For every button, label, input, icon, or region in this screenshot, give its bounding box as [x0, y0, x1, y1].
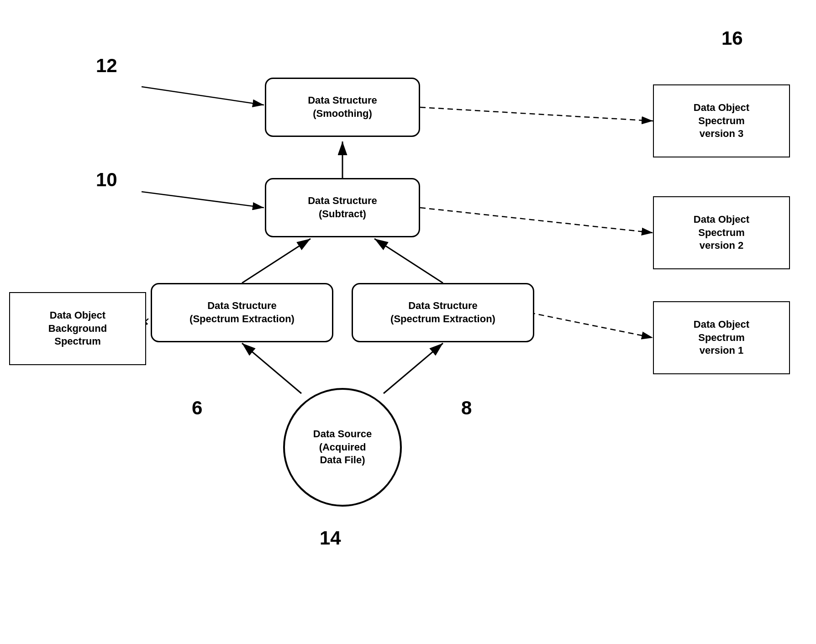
svg-line-12 [142, 192, 264, 208]
node-obj-bg-spectrum: Data ObjectBackgroundSpectrum [9, 292, 146, 365]
label-8: 8 [461, 397, 472, 419]
node-subtract-label: Data Structure(Subtract) [308, 194, 377, 220]
node-subtract: Data Structure(Subtract) [265, 178, 420, 237]
node-obj-spec-v3: Data ObjectSpectrumversion 3 [653, 84, 790, 157]
node-data-source: Data Source(AcquiredData File) [283, 388, 402, 507]
svg-line-8 [420, 208, 653, 233]
node-spectrum-right: Data Structure(Spectrum Extraction) [352, 283, 534, 342]
node-obj-spec-v1-label: Data ObjectSpectrumversion 1 [694, 318, 749, 357]
label-10: 10 [96, 169, 117, 191]
svg-line-9 [530, 313, 653, 338]
label-6: 6 [192, 397, 202, 419]
diagram-container: Data Structure(Smoothing) Data Structure… [0, 0, 816, 644]
svg-line-7 [420, 107, 653, 121]
node-obj-spec-v1: Data ObjectSpectrumversion 1 [653, 301, 790, 374]
node-spectrum-left-label: Data Structure(Spectrum Extraction) [190, 299, 295, 325]
node-obj-spec-v3-label: Data ObjectSpectrumversion 3 [694, 101, 749, 141]
svg-line-5 [242, 343, 301, 393]
svg-line-3 [242, 239, 311, 283]
node-obj-bg-spectrum-label: Data ObjectBackgroundSpectrum [48, 309, 107, 348]
node-obj-spec-v2-label: Data ObjectSpectrumversion 2 [694, 213, 749, 252]
label-16: 16 [721, 27, 743, 49]
node-data-source-label: Data Source(AcquiredData File) [313, 428, 372, 467]
svg-line-6 [384, 343, 443, 393]
node-obj-spec-v2: Data ObjectSpectrumversion 2 [653, 196, 790, 269]
node-spectrum-right-label: Data Structure(Spectrum Extraction) [390, 299, 495, 325]
node-smoothing-label: Data Structure(Smoothing) [308, 94, 377, 120]
svg-line-4 [374, 239, 443, 283]
node-smoothing: Data Structure(Smoothing) [265, 78, 420, 137]
node-spectrum-left: Data Structure(Spectrum Extraction) [151, 283, 333, 342]
label-14: 14 [320, 527, 341, 549]
svg-line-11 [142, 87, 264, 105]
label-12: 12 [96, 55, 117, 77]
